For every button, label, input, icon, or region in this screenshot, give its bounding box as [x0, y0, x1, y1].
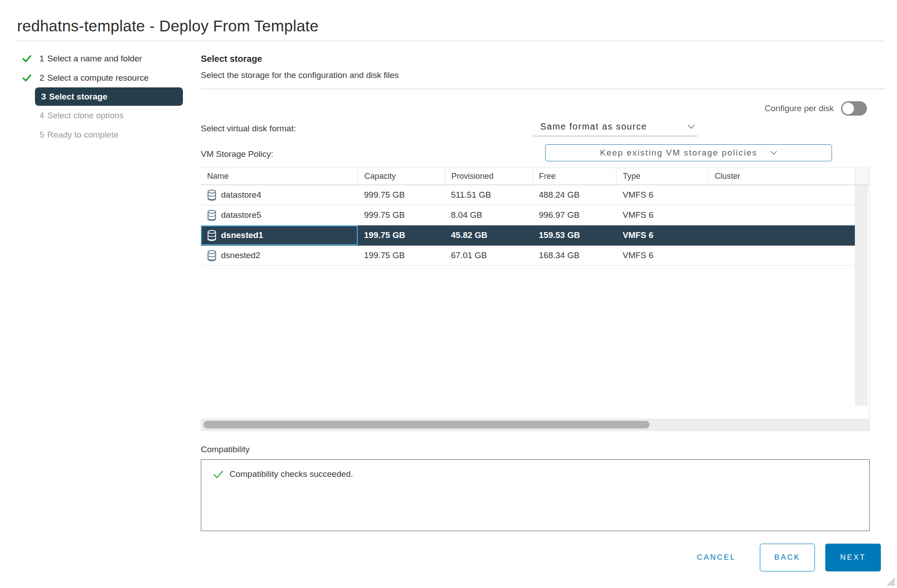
step-select-compute-resource[interactable]: 2 Select a compute resource — [17, 68, 188, 87]
header-scrollbar-gutter — [855, 168, 869, 185]
cell-free[interactable]: 159.53 GB — [533, 225, 616, 245]
step-label: Select clone options — [48, 111, 124, 121]
step-select-clone-options[interactable]: 4 Select clone options — [17, 106, 188, 125]
cell-name[interactable]: datastore4 — [201, 185, 358, 205]
table-row[interactable]: datastore4999.75 GB511.51 GB488.24 GBVMF… — [201, 185, 855, 205]
cell-type[interactable]: VMFS 6 — [616, 185, 708, 205]
column-header-name[interactable]: Name — [201, 168, 358, 185]
title-divider — [17, 41, 885, 41]
back-button[interactable]: BACK — [760, 544, 815, 571]
cell-cluster[interactable] — [708, 205, 855, 225]
chevron-down-icon — [687, 124, 695, 129]
configure-per-disk-toggle[interactable] — [841, 101, 867, 116]
step-ready-to-complete[interactable]: 5 Ready to complete — [17, 125, 188, 144]
step-number: 1 — [39, 54, 44, 64]
cell-capacity[interactable]: 999.75 GB — [358, 205, 445, 225]
step-label: Ready to complete — [48, 130, 118, 140]
table-row[interactable]: datastore5999.75 GB8.04 GB996.97 GBVMFS … — [201, 205, 855, 225]
horizontal-scrollbar-thumb[interactable] — [204, 421, 650, 428]
datastore-icon — [207, 250, 217, 261]
section-subheading: Select the storage for the configuration… — [201, 70, 399, 80]
cell-free[interactable]: 488.24 GB — [533, 185, 616, 205]
dialog-footer: CANCEL BACK NEXT — [0, 544, 897, 572]
configure-per-disk-row: Configure per disk — [765, 101, 867, 116]
table-row[interactable]: dsnested1199.75 GB45.82 GB159.53 GBVMFS … — [201, 225, 855, 246]
cancel-button[interactable]: CANCEL — [689, 544, 743, 571]
cell-type[interactable]: VMFS 6 — [616, 225, 708, 245]
cell-cluster[interactable] — [708, 225, 855, 245]
datastore-name: dsnested1 — [221, 230, 263, 240]
compatibility-label: Compatibility — [201, 445, 250, 454]
check-icon — [22, 55, 31, 62]
datastore-name: datastore5 — [221, 210, 261, 220]
success-check-icon — [213, 470, 224, 479]
cell-provisioned[interactable]: 8.04 GB — [445, 205, 533, 225]
cell-type[interactable]: VMFS 6 — [616, 205, 708, 225]
step-label: Select storage — [49, 92, 108, 102]
page-title: redhatns-template - Deploy From Template — [17, 17, 319, 35]
cell-name[interactable]: dsnested1 — [201, 225, 358, 245]
step-label: Select a name and folder — [48, 54, 142, 64]
table-header: Name Capacity Provisioned Free Type Clus… — [201, 168, 869, 185]
compatibility-panel: Compatibility checks succeeded. — [201, 459, 870, 531]
datastore-table: Name Capacity Provisioned Free Type Clus… — [201, 168, 870, 431]
datastore-icon — [207, 230, 217, 241]
storage-policy-value: Keep existing VM storage policies — [600, 148, 757, 158]
datastore-name: dsnested2 — [221, 251, 260, 260]
column-header-cluster[interactable]: Cluster — [708, 168, 855, 185]
check-icon — [22, 74, 31, 82]
cell-cluster[interactable] — [708, 246, 855, 265]
disk-format-select[interactable]: Same format as source — [533, 117, 698, 136]
toggle-knob — [842, 103, 854, 114]
column-header-provisioned[interactable]: Provisioned — [445, 168, 533, 185]
cell-capacity[interactable]: 999.75 GB — [358, 185, 445, 205]
step-number: 2 — [39, 73, 44, 83]
cell-provisioned[interactable]: 511.51 GB — [445, 185, 533, 205]
step-select-name-folder[interactable]: 1 Select a name and folder — [17, 49, 188, 68]
step-label: Select a compute resource — [48, 73, 149, 83]
resize-handle-icon[interactable] — [884, 575, 896, 587]
step-number: 5 — [39, 130, 44, 140]
wizard-steps: 1 Select a name and folder 2 Select a co… — [17, 49, 188, 144]
storage-policy-select[interactable]: Keep existing VM storage policies — [545, 144, 832, 161]
cell-free[interactable]: 168.34 GB — [533, 246, 616, 265]
disk-format-label: Select virtual disk format: — [201, 124, 296, 134]
datastore-icon — [207, 190, 217, 201]
step-select-storage[interactable]: 3 Select storage — [35, 87, 183, 106]
compatibility-message: Compatibility checks succeeded. — [230, 469, 353, 479]
column-header-type[interactable]: Type — [616, 168, 708, 185]
datastore-name: datastore4 — [221, 190, 261, 200]
cell-capacity[interactable]: 199.75 GB — [358, 225, 445, 245]
cell-name[interactable]: datastore5 — [201, 205, 358, 225]
cell-cluster[interactable] — [708, 185, 855, 205]
section-heading: Select storage — [201, 54, 262, 64]
configure-per-disk-label: Configure per disk — [765, 104, 834, 113]
cell-type[interactable]: VMFS 6 — [616, 246, 708, 265]
cell-capacity[interactable]: 199.75 GB — [358, 246, 445, 265]
cell-free[interactable]: 996.97 GB — [533, 205, 616, 225]
step-number: 4 — [39, 111, 44, 121]
cell-provisioned[interactable]: 45.82 GB — [445, 225, 533, 245]
storage-policy-label: VM Storage Policy: — [201, 149, 273, 159]
column-header-free[interactable]: Free — [533, 168, 616, 185]
step-number: 3 — [41, 92, 46, 102]
cell-provisioned[interactable]: 67.01 GB — [445, 246, 533, 265]
column-header-capacity[interactable]: Capacity — [358, 168, 445, 185]
disk-format-value: Same format as source — [540, 121, 647, 132]
cell-name[interactable]: dsnested2 — [201, 246, 358, 265]
deploy-from-template-dialog: redhatns-template - Deploy From Template… — [0, 0, 897, 588]
chevron-down-icon — [770, 151, 777, 155]
table-row[interactable]: dsnested2199.75 GB67.01 GB168.34 GBVMFS … — [201, 246, 855, 266]
next-button[interactable]: NEXT — [825, 544, 881, 571]
vertical-scrollbar-track[interactable] — [855, 185, 868, 406]
horizontal-scrollbar-track[interactable] — [201, 419, 869, 431]
datastore-rows: datastore4999.75 GB511.51 GB488.24 GBVMF… — [201, 185, 869, 266]
section-divider — [201, 89, 885, 89]
datastore-icon — [207, 210, 217, 221]
